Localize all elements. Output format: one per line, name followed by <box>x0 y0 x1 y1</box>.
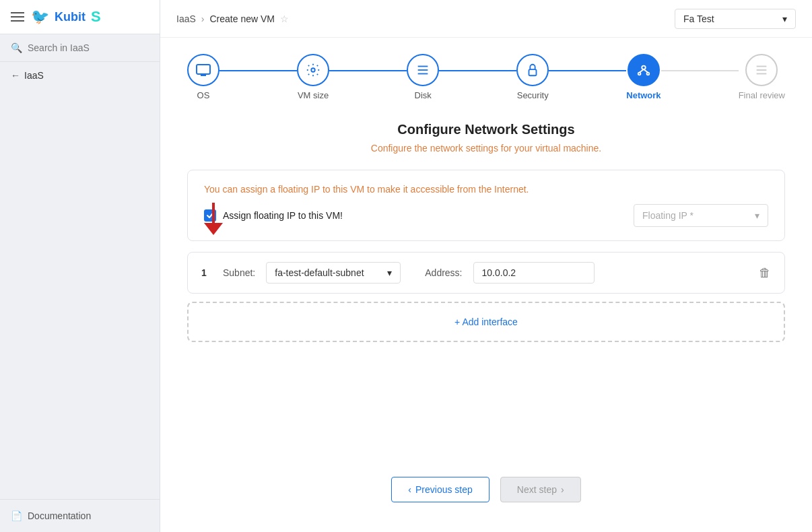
floating-ip-checkbox-label: Assign floating IP to this VM! <box>223 210 343 221</box>
topbar: IaaS › Create new VM ☆ Fa Test ▾ <box>160 0 812 38</box>
next-chevron-icon: › <box>561 484 564 495</box>
svg-marker-17 <box>204 223 223 235</box>
subnet-index: 1 <box>201 267 212 278</box>
search-input[interactable] <box>28 42 149 53</box>
prev-chevron-icon: ‹ <box>408 484 411 495</box>
logo-bird-icon: 🐦 <box>31 8 49 26</box>
step-circle-os[interactable] <box>187 54 219 86</box>
connector-1 <box>329 70 407 71</box>
next-step-button[interactable]: Next step › <box>500 477 581 502</box>
back-nav[interactable]: ← IaaS <box>0 62 160 89</box>
checkbox-row: Assign floating IP to this VM! Floating … <box>204 204 768 227</box>
step-label-network: Network <box>626 90 661 100</box>
step-circle-security[interactable] <box>516 54 549 86</box>
step-label-final-review: Final review <box>739 90 785 100</box>
hamburger-icon[interactable] <box>11 12 24 22</box>
step-circle-final-review[interactable] <box>745 54 778 86</box>
breadcrumb-parent[interactable]: IaaS <box>176 13 196 24</box>
step-network: Network <box>626 54 661 100</box>
floating-ip-section: You can assign a floating IP to this VM … <box>187 170 785 241</box>
step-label-security: Security <box>517 90 549 100</box>
sidebar-header: 🐦 Kubit S <box>0 0 160 34</box>
step-label-disk: Disk <box>415 90 432 100</box>
breadcrumb-separator: › <box>201 13 205 24</box>
step-label-os: OS <box>197 90 210 100</box>
delete-subnet-icon[interactable]: 🗑 <box>759 266 771 280</box>
previous-step-button[interactable]: ‹ Previous step <box>391 477 489 502</box>
floating-ip-dropdown-icon: ▾ <box>755 210 759 221</box>
doc-icon: 📄 <box>11 510 22 521</box>
previous-step-label: Previous step <box>415 484 473 495</box>
subnet-dropdown-icon: ▾ <box>387 267 392 278</box>
step-circle-network[interactable] <box>628 54 660 86</box>
app-name: Kubit <box>55 10 86 24</box>
workspace-dropdown-icon: ▾ <box>782 13 787 24</box>
address-input[interactable] <box>473 262 595 284</box>
sidebar: 🐦 Kubit S 🔍 ← IaaS 📄 Documentation <box>0 0 160 532</box>
main-content: IaaS › Create new VM ☆ Fa Test ▾ OS <box>160 0 812 532</box>
logo-area: 🐦 Kubit S <box>31 8 101 26</box>
subnet-dropdown[interactable]: fa-test-default-subnet ▾ <box>266 262 401 284</box>
doc-label: Documentation <box>28 510 91 521</box>
connector-2 <box>439 70 516 71</box>
workspace-selector[interactable]: Fa Test ▾ <box>675 9 796 29</box>
page-subtitle: Configure the network settings for your … <box>187 143 785 154</box>
svg-point-9 <box>638 73 641 75</box>
favorite-icon[interactable]: ☆ <box>280 13 289 24</box>
step-disk: Disk <box>407 54 439 100</box>
svg-line-12 <box>644 69 648 73</box>
add-interface-button[interactable]: + Add interface <box>187 302 785 342</box>
connector-4 <box>661 70 739 71</box>
back-arrow-icon: ← <box>11 70 20 81</box>
back-label: IaaS <box>24 70 44 81</box>
subnet-selected-value: fa-test-default-subnet <box>275 267 364 278</box>
next-step-label: Next step <box>517 484 557 495</box>
floating-ip-placeholder: Floating IP * <box>642 210 693 221</box>
svg-point-10 <box>646 73 649 75</box>
stepper: OS VM size Disk <box>187 54 785 100</box>
red-arrow-icon <box>203 203 224 238</box>
connector-3 <box>549 70 626 71</box>
footer-buttons: ‹ Previous step Next step › <box>187 463 785 516</box>
step-os: OS <box>187 54 219 100</box>
subnet-row: 1 Subnet: fa-test-default-subnet ▾ Addre… <box>187 252 785 294</box>
svg-point-8 <box>642 66 646 70</box>
floating-ip-dropdown[interactable]: Floating IP * ▾ <box>634 204 768 227</box>
documentation-link[interactable]: 📄 Documentation <box>0 499 160 532</box>
page-heading: Configure Network Settings <box>187 122 785 137</box>
workspace-name: Fa Test <box>683 13 714 24</box>
logo-s-icon: S <box>91 8 101 26</box>
page-title: Configure Network Settings <box>187 122 785 137</box>
svg-line-11 <box>639 69 643 73</box>
address-label: Address: <box>425 267 462 278</box>
content-area: OS VM size Disk <box>160 38 812 532</box>
step-vm-size: VM size <box>297 54 329 100</box>
svg-rect-0 <box>197 65 210 74</box>
step-circle-disk[interactable] <box>407 54 439 86</box>
step-label-vm-size: VM size <box>298 90 329 100</box>
svg-point-3 <box>311 68 315 72</box>
breadcrumb: IaaS › Create new VM ☆ <box>176 13 289 24</box>
step-final-review: Final review <box>739 54 785 100</box>
floating-ip-info: You can assign a floating IP to this VM … <box>204 184 768 195</box>
subnet-label: Subnet: <box>223 267 255 278</box>
svg-rect-7 <box>529 69 537 75</box>
step-security: Security <box>516 54 549 100</box>
add-interface-label: + Add interface <box>454 317 518 327</box>
breadcrumb-current: Create new VM <box>209 13 274 24</box>
search-icon: 🔍 <box>11 42 22 53</box>
step-circle-vm-size[interactable] <box>297 54 329 86</box>
connector-0 <box>219 70 297 71</box>
search-area: 🔍 <box>0 34 160 62</box>
